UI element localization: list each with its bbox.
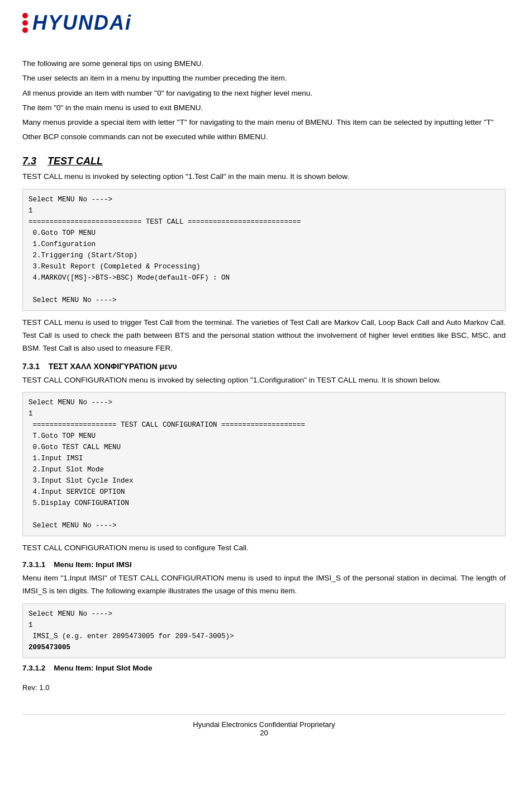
intro-line-5: Many menus provide a special item with l…	[22, 116, 506, 129]
intro-line-6: Other BCP console commands can not be ex…	[22, 130, 506, 144]
section-7-3-1-body: TEST CALL CONFIGURATION menu is used to …	[22, 542, 506, 555]
intro-line-2: The user selects an item in a menu by in…	[22, 72, 506, 85]
intro-line-4: The item "0" in the main menu is used to…	[22, 101, 506, 115]
code-block-test-call: Select MENU No ----> 1 =================…	[22, 189, 506, 311]
section-7-3-desc: TEST CALL menu is invoked by selecting o…	[22, 171, 506, 183]
page-header: HYUNDAi	[22, 11, 506, 40]
section-7-3-1-1-desc: Menu item "1.Input IMSI" of TEST CALL CO…	[22, 572, 506, 598]
logo-text: HYUNDAi	[32, 11, 132, 35]
logo-dot-1	[22, 13, 28, 18]
section-7-3-1-2-title: 7.3.1.2 Menu Item: Input Slot Mode	[22, 664, 506, 672]
section-7-3-body: TEST CALL menu is used to trigger Test C…	[22, 317, 506, 355]
imsi-value: 2095473005	[28, 644, 70, 652]
section-7-3-title: 7.3 TEST CALL	[22, 155, 506, 167]
logo-dots	[22, 13, 28, 33]
code-block-test-call-config: Select MENU No ----> 1 =================…	[22, 392, 506, 536]
logo-dot-3	[22, 27, 28, 33]
page-footer: Hyundai Electronics Confidential Proprie…	[22, 714, 506, 737]
section-7-3-1-title: 7.3.1 ΤΕΣΤ ΧΑΛΛ ΧΟΝΦΙΓΥΡΑΤΙΟΝ μενυ	[22, 362, 506, 371]
code-block-imsi: Select MENU No ----> 1 IMSI_S (e.g. ente…	[22, 603, 506, 658]
intro-line-1: The following are some general tips on u…	[22, 57, 506, 70]
section-7-3-1-1-title: 7.3.1.1 Menu Item: Input IMSI	[22, 560, 506, 569]
intro-line-3: All menus provide an item with number "0…	[22, 87, 506, 100]
logo: HYUNDAi	[22, 11, 132, 35]
rev-label: Rev: 1.0	[22, 683, 506, 692]
section-7-3-1-desc: TEST CALL CONFIGURATION menu is invoked …	[22, 374, 506, 387]
footer-company: Hyundai Electronics Confidential Proprie…	[22, 720, 506, 729]
intro-section: The following are some general tips on u…	[22, 57, 506, 144]
footer-page-number: 20	[22, 729, 506, 737]
logo-dot-2	[22, 20, 28, 26]
